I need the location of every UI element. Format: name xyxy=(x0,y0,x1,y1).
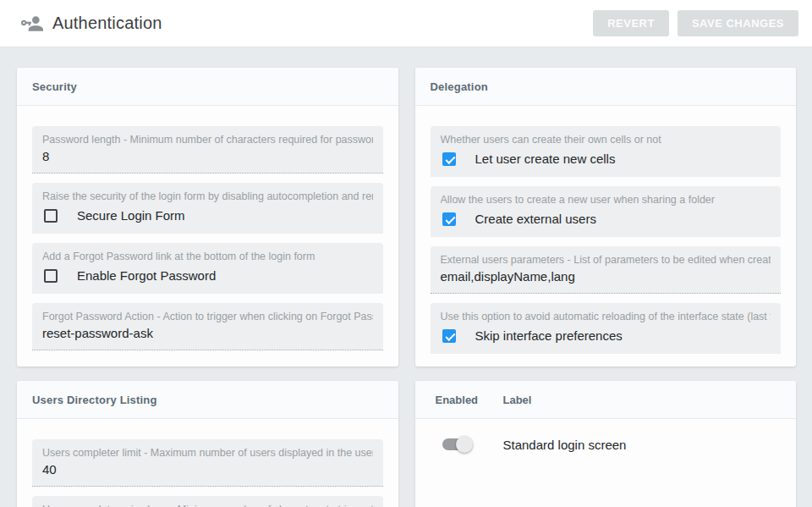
checkbox-label: Let user create new cells xyxy=(475,152,616,166)
external-users-parameters-value[interactable]: email,displayName,lang xyxy=(441,269,771,284)
secure-login-form-field: Raise the security of the login form by … xyxy=(32,183,383,234)
delegation-panel-body: Whether users can create their own cells… xyxy=(415,106,797,366)
delegation-panel-title: Delegation xyxy=(431,80,782,93)
external-users-parameters-field[interactable]: External users parameters - List of para… xyxy=(431,246,782,294)
field-label: Forgot Password Action - Action to trigg… xyxy=(42,311,373,322)
create-external-users-checkbox[interactable] xyxy=(442,212,456,226)
checkbox-label: Enable Forgot Password xyxy=(77,268,216,283)
checkbox-row: Create external users xyxy=(442,212,771,226)
topbar-actions: REVERT SAVE CHANGES xyxy=(593,10,798,36)
forgot-password-action-field[interactable]: Forgot Password Action - Action to trigg… xyxy=(32,303,383,350)
save-changes-button[interactable]: SAVE CHANGES xyxy=(678,10,798,36)
users-directory-panel-body: Users completer limit - Maximum number o… xyxy=(17,419,398,507)
security-panel: Security Password length - Minimum numbe… xyxy=(17,68,398,366)
column-header-label: Label xyxy=(503,394,532,406)
checkbox-row: Let user create new cells xyxy=(442,152,771,166)
security-panel-header: Security xyxy=(17,68,398,106)
password-length-value[interactable]: 8 xyxy=(42,149,373,164)
skip-interface-preferences-checkbox[interactable] xyxy=(442,329,456,343)
create-cells-checkbox[interactable] xyxy=(442,152,456,166)
settings-main: Security Password length - Minimum numbe… xyxy=(0,47,812,507)
password-length-field[interactable]: Password length - Minimum number of char… xyxy=(32,126,383,174)
enable-forgot-password-field: Add a Forgot Password link at the bottom… xyxy=(32,243,383,294)
field-label: Users completer limit - Maximum number o… xyxy=(42,447,373,459)
login-screens-table-header: Enabled Label xyxy=(415,381,797,419)
field-label: Allow the users to create a new user whe… xyxy=(441,194,771,206)
security-panel-title: Security xyxy=(32,80,383,93)
create-external-users-field: Allow the users to create a new user whe… xyxy=(431,186,782,237)
delegation-panel-header: Delegation xyxy=(415,68,797,106)
column-header-enabled: Enabled xyxy=(436,394,503,406)
delegation-panel: Delegation Whether users can create thei… xyxy=(415,68,797,366)
login-screen-row: Standard login screen xyxy=(415,419,797,470)
enable-forgot-password-checkbox[interactable] xyxy=(44,269,58,283)
secure-login-form-checkbox[interactable] xyxy=(44,209,58,223)
forgot-password-action-value[interactable]: reset-password-ask xyxy=(42,326,373,341)
top-bar: Authentication REVERT SAVE CHANGES xyxy=(0,0,812,47)
account-key-icon xyxy=(21,13,43,35)
field-label: Password length - Minimum number of char… xyxy=(42,134,373,146)
page-title-group: Authentication xyxy=(14,13,162,35)
checkbox-label: Create external users xyxy=(475,212,596,226)
field-label: Users completer min chars - Minimum numb… xyxy=(42,504,373,507)
revert-button[interactable]: REVERT xyxy=(593,10,669,36)
standard-login-toggle[interactable] xyxy=(442,436,473,453)
checkbox-row: Enable Forgot Password xyxy=(44,268,373,283)
login-screen-label: Standard login screen xyxy=(503,438,627,452)
field-label: Whether users can create their own cells… xyxy=(441,134,771,146)
users-directory-panel: Users Directory Listing Users completer … xyxy=(17,381,398,507)
field-label: Use this option to avoid automatic reloa… xyxy=(441,311,771,322)
field-label: Add a Forgot Password link at the bottom… xyxy=(42,251,373,262)
skip-interface-preferences-field: Use this option to avoid automatic reloa… xyxy=(431,303,782,354)
users-completer-min-chars-field[interactable]: Users completer min chars - Minimum numb… xyxy=(32,496,383,507)
toggle-thumb xyxy=(456,436,473,453)
enabled-cell xyxy=(436,436,503,453)
users-completer-limit-value[interactable]: 40 xyxy=(42,462,373,477)
security-panel-body: Password length - Minimum number of char… xyxy=(17,106,398,363)
checkbox-row: Secure Login Form xyxy=(44,208,373,223)
checkbox-label: Secure Login Form xyxy=(77,208,185,223)
field-label: External users parameters - List of para… xyxy=(441,254,771,266)
create-cells-field: Whether users can create their own cells… xyxy=(431,126,782,177)
checkbox-row: Skip interface preferences xyxy=(442,328,771,343)
field-label: Raise the security of the login form by … xyxy=(42,190,373,202)
users-directory-panel-title: Users Directory Listing xyxy=(32,394,383,406)
users-completer-limit-field[interactable]: Users completer limit - Maximum number o… xyxy=(32,439,383,487)
login-screens-panel: Enabled Label Standard login screen xyxy=(415,381,797,507)
users-directory-panel-header: Users Directory Listing xyxy=(17,381,398,419)
checkbox-label: Skip interface preferences xyxy=(475,328,623,343)
page-title: Authentication xyxy=(52,14,162,33)
